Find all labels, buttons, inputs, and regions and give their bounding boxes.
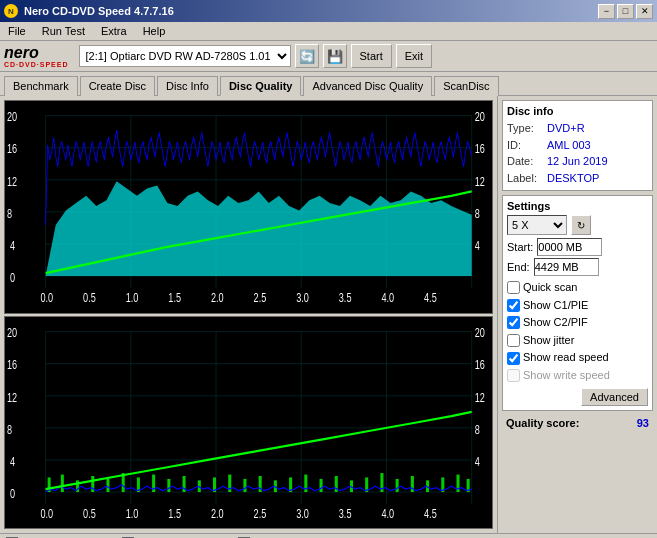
nero-logo-subtitle: CD·DVD·SPEED [4, 61, 69, 68]
speed-row: 5 X ↻ [507, 215, 648, 235]
quick-scan-checkbox[interactable] [507, 281, 520, 294]
show-jitter-checkbox[interactable] [507, 334, 520, 347]
save-button[interactable]: 💾 [323, 44, 347, 68]
svg-text:0.5: 0.5 [83, 506, 96, 520]
svg-text:0.0: 0.0 [41, 506, 54, 520]
show-write-speed-checkbox[interactable] [507, 369, 520, 382]
svg-text:16: 16 [7, 357, 17, 371]
main-content: 20 16 12 8 4 0 20 16 12 8 4 0.0 0.5 1.0 … [0, 95, 657, 533]
show-c2pif-label: Show C2/PIF [523, 314, 588, 332]
svg-text:12: 12 [7, 174, 17, 188]
svg-text:2.5: 2.5 [254, 291, 267, 305]
show-c2pif-checkbox[interactable] [507, 316, 520, 329]
toolbar: nero CD·DVD·SPEED [2:1] Optiarc DVD RW A… [0, 41, 657, 72]
show-write-speed-label: Show write speed [523, 367, 610, 385]
disc-info-label-row: Label: DESKTOP [507, 170, 648, 187]
type-value: DVD+R [547, 120, 585, 137]
type-label: Type: [507, 120, 543, 137]
menu-file[interactable]: File [4, 24, 30, 38]
svg-text:3.0: 3.0 [296, 506, 309, 520]
svg-rect-61 [243, 478, 246, 491]
quality-score-label: Quality score: [506, 417, 579, 429]
title-bar: N Nero CD-DVD Speed 4.7.7.16 − □ ✕ [0, 0, 657, 22]
window-controls: − □ ✕ [598, 4, 653, 19]
chart-pif-svg: 20 16 12 8 4 0 20 16 12 8 4 0.0 0.5 1.0 … [5, 317, 492, 529]
window-title: Nero CD-DVD Speed 4.7.7.16 [24, 5, 174, 17]
exit-button[interactable]: Exit [396, 44, 432, 68]
stats-bar: PI Errors Average 3.63 Maximum 19 Total … [0, 533, 657, 538]
tab-bar: Benchmark Create Disc Disc Info Disc Qua… [0, 72, 657, 95]
show-jitter-label: Show jitter [523, 332, 574, 350]
chart-pif: 20 16 12 8 4 0 20 16 12 8 4 0.0 0.5 1.0 … [4, 316, 493, 530]
svg-text:0: 0 [10, 486, 15, 500]
svg-rect-71 [396, 478, 399, 491]
tab-disc-quality[interactable]: Disc Quality [220, 76, 302, 96]
drive-select[interactable]: [2:1] Optiarc DVD RW AD-7280S 1.01 [79, 45, 291, 67]
svg-text:1.5: 1.5 [168, 506, 181, 520]
refresh-speed-button[interactable]: ↻ [571, 215, 591, 235]
svg-rect-66 [320, 478, 323, 491]
disc-label-label: Label: [507, 170, 543, 187]
svg-text:4: 4 [10, 454, 15, 468]
svg-text:16: 16 [475, 142, 485, 156]
svg-text:4.0: 4.0 [381, 506, 394, 520]
svg-text:0.5: 0.5 [83, 291, 96, 305]
app-icon: N [4, 4, 18, 18]
tab-advanced-disc-quality[interactable]: Advanced Disc Quality [303, 76, 432, 96]
svg-text:8: 8 [7, 206, 12, 220]
advanced-button[interactable]: Advanced [581, 388, 648, 406]
svg-text:20: 20 [7, 325, 17, 339]
svg-text:16: 16 [475, 357, 485, 371]
disc-info-id-row: ID: AML 003 [507, 137, 648, 154]
nero-logo-text: nero [4, 45, 39, 61]
svg-marker-13 [46, 181, 472, 276]
svg-text:1.5: 1.5 [168, 291, 181, 305]
quality-score-row: Quality score: 93 [502, 415, 653, 431]
speed-select[interactable]: 5 X [507, 215, 567, 235]
tab-scan-disc[interactable]: ScanDisc [434, 76, 498, 96]
svg-text:8: 8 [475, 422, 480, 436]
settings-title: Settings [507, 200, 648, 212]
svg-text:0: 0 [10, 270, 15, 284]
end-input[interactable]: 4429 MB [534, 258, 599, 276]
date-label: Date: [507, 153, 543, 170]
svg-rect-56 [167, 478, 170, 491]
show-write-speed-row: Show write speed [507, 367, 648, 385]
show-read-speed-checkbox[interactable] [507, 352, 520, 365]
svg-text:1.0: 1.0 [126, 291, 139, 305]
svg-text:3.5: 3.5 [339, 291, 352, 305]
svg-text:16: 16 [7, 142, 17, 156]
id-label: ID: [507, 137, 543, 154]
svg-text:12: 12 [475, 389, 485, 403]
refresh-button[interactable]: 🔄 [295, 44, 319, 68]
menu-extra[interactable]: Extra [97, 24, 131, 38]
id-value: AML 003 [547, 137, 591, 154]
show-read-speed-row: Show read speed [507, 349, 648, 367]
svg-text:4: 4 [475, 238, 480, 252]
chart-pie-svg: 20 16 12 8 4 0 20 16 12 8 4 0.0 0.5 1.0 … [5, 101, 492, 313]
right-panel: Disc info Type: DVD+R ID: AML 003 Date: … [497, 96, 657, 533]
svg-text:4: 4 [10, 238, 15, 252]
disc-info-section: Disc info Type: DVD+R ID: AML 003 Date: … [502, 100, 653, 191]
menu-bar: File Run Test Extra Help [0, 22, 657, 41]
svg-text:4.0: 4.0 [381, 291, 394, 305]
menu-run-test[interactable]: Run Test [38, 24, 89, 38]
end-row: End: 4429 MB [507, 258, 648, 276]
start-input[interactable]: 0000 MB [537, 238, 602, 256]
svg-text:4: 4 [475, 454, 480, 468]
close-button[interactable]: ✕ [636, 4, 653, 19]
svg-rect-49 [61, 474, 64, 492]
maximize-button[interactable]: □ [617, 4, 634, 19]
show-c1pie-checkbox[interactable] [507, 299, 520, 312]
svg-text:20: 20 [7, 110, 17, 124]
tab-disc-info[interactable]: Disc Info [157, 76, 218, 96]
start-button[interactable]: Start [351, 44, 392, 68]
settings-section: Settings 5 X ↻ Start: 0000 MB End: 4429 … [502, 195, 653, 411]
minimize-button[interactable]: − [598, 4, 615, 19]
menu-help[interactable]: Help [139, 24, 170, 38]
svg-text:2.5: 2.5 [254, 506, 267, 520]
tab-benchmark[interactable]: Benchmark [4, 76, 78, 96]
svg-text:8: 8 [475, 206, 480, 220]
start-row: Start: 0000 MB [507, 238, 648, 256]
tab-create-disc[interactable]: Create Disc [80, 76, 155, 96]
